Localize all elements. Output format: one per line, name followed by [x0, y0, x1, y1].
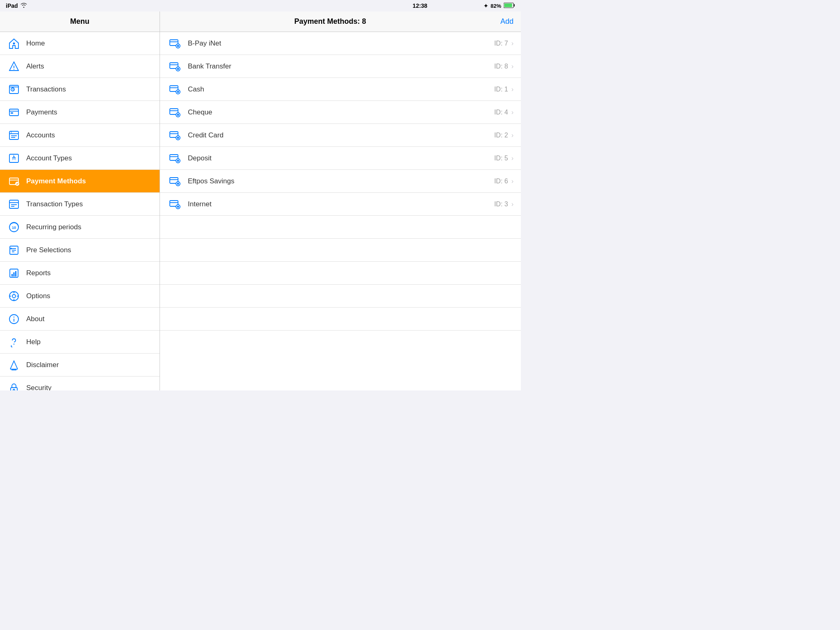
right-panel: B-Pay iNet ID: 7 › Bank Transfer ID: 8 › [160, 32, 521, 390]
app-header: Menu Payment Methods: 8 Add [0, 11, 521, 32]
chevron-right-icon: › [511, 40, 514, 47]
svg-rect-35 [11, 274, 13, 276]
payment-method-id: ID: 3 [494, 201, 508, 208]
payment-method-id: ID: 8 [494, 63, 508, 70]
help-label: Help [26, 338, 41, 346]
payment-method-item[interactable]: Internet ID: 3 › [160, 193, 521, 216]
payment-method-item[interactable]: Deposit ID: 5 › [160, 147, 521, 170]
sidebar-item-transactions[interactable]: $ Transactions [0, 78, 160, 101]
pre-selections-label: Pre Selections [26, 246, 71, 254]
payment-method-item[interactable]: Bank Transfer ID: 8 › [160, 55, 521, 78]
payment-method-id: ID: 5 [494, 155, 508, 162]
security-icon [7, 381, 21, 391]
svg-point-67 [177, 114, 179, 116]
sidebar-item-alerts[interactable]: Alerts [0, 55, 160, 78]
disclaimer-icon [7, 358, 21, 372]
payment-method-item[interactable]: B-Pay iNet ID: 7 › [160, 32, 521, 55]
transaction-types-label: Transaction Types [26, 200, 83, 208]
home-icon [7, 36, 21, 51]
reports-icon [7, 266, 21, 281]
options-icon [7, 289, 21, 304]
payment-method-icon [167, 105, 182, 120]
sidebar-item-home[interactable]: Home [0, 32, 160, 55]
recurring-periods-icon: 10 [7, 220, 21, 235]
payments-label: Payments [26, 108, 57, 116]
payment-method-item[interactable]: Cash ID: 1 › [160, 78, 521, 101]
payment-method-id: ID: 6 [494, 178, 508, 185]
accounts-label: Accounts [26, 131, 55, 139]
reports-label: Reports [26, 269, 51, 277]
sidebar-item-reports[interactable]: Reports [0, 262, 160, 285]
empty-row [160, 216, 521, 239]
add-button[interactable]: Add [500, 17, 521, 26]
payment-method-icon [167, 36, 182, 51]
about-icon [7, 312, 21, 326]
disclaimer-label: Disclaimer [26, 361, 59, 369]
payment-method-icon [167, 59, 182, 74]
header-title: Payment Methods: 8 [160, 17, 500, 26]
svg-rect-2 [504, 3, 512, 7]
payment-methods-list: B-Pay iNet ID: 7 › Bank Transfer ID: 8 › [160, 32, 521, 216]
help-icon [7, 335, 21, 349]
sidebar-item-help[interactable]: Help [0, 331, 160, 354]
payment-method-name: B-Pay iNet [188, 39, 494, 48]
payment-method-item[interactable]: Eftpos Savings ID: 6 › [160, 170, 521, 193]
payment-method-id: ID: 7 [494, 40, 508, 47]
alerts-label: Alerts [26, 62, 44, 71]
battery-icon [504, 2, 515, 9]
status-bar: iPad 12:38 ✦ 82% [0, 0, 521, 11]
sidebar: Home Alerts $ Tr [0, 32, 160, 390]
header-menu-label: Menu [0, 11, 160, 32]
sidebar-item-recurring-periods[interactable]: 10 Recurring periods [0, 216, 160, 239]
payment-method-id: ID: 1 [494, 86, 508, 93]
alerts-icon [7, 59, 21, 74]
sidebar-item-about[interactable]: About [0, 308, 160, 331]
payment-method-id: ID: 2 [494, 132, 508, 139]
svg-point-5 [14, 69, 14, 70]
payment-method-name: Credit Card [188, 131, 494, 139]
svg-point-46 [14, 316, 14, 317]
payment-method-icon [167, 82, 182, 97]
transactions-icon: $ [7, 82, 21, 97]
svg-text:$: $ [11, 131, 12, 134]
svg-point-33 [10, 248, 12, 249]
empty-row [160, 308, 521, 331]
home-label: Home [26, 39, 45, 48]
sidebar-item-disclaimer[interactable]: Disclaimer [0, 354, 160, 377]
svg-rect-12 [11, 112, 13, 114]
svg-text:10: 10 [12, 226, 16, 230]
svg-text:$: $ [13, 155, 14, 157]
svg-point-47 [14, 343, 14, 344]
status-time: 12:38 [413, 2, 427, 9]
pre-selections-icon [7, 243, 21, 258]
chevron-right-icon: › [511, 201, 514, 208]
ipad-label: iPad [6, 2, 18, 9]
svg-point-75 [177, 160, 179, 162]
payment-method-name: Eftpos Savings [188, 177, 494, 185]
sidebar-item-transaction-types[interactable]: Transaction Types [0, 193, 160, 216]
accounts-icon: $ [7, 128, 21, 143]
sidebar-item-payments[interactable]: Payments [0, 101, 160, 124]
status-right: ✦ 82% [484, 2, 515, 9]
sidebar-item-options[interactable]: Options [0, 285, 160, 308]
chevron-right-icon: › [511, 178, 514, 185]
svg-point-79 [177, 183, 179, 185]
payment-method-id: ID: 4 [494, 109, 508, 116]
sidebar-item-payment-methods[interactable]: Payment Methods [0, 170, 160, 193]
payment-method-icon [167, 128, 182, 143]
recurring-periods-label: Recurring periods [26, 223, 81, 231]
payment-method-icon [167, 151, 182, 166]
sidebar-item-pre-selections[interactable]: Pre Selections [0, 239, 160, 262]
battery-percent: 82% [491, 3, 501, 9]
chevron-right-icon: › [511, 132, 514, 139]
status-left: iPad [6, 2, 27, 9]
empty-row [160, 239, 521, 262]
payment-method-name: Deposit [188, 154, 494, 162]
svg-point-63 [177, 91, 179, 93]
sidebar-item-accounts[interactable]: $ Accounts [0, 124, 160, 147]
payment-method-item[interactable]: Credit Card ID: 2 › [160, 124, 521, 147]
sidebar-item-security[interactable]: Security [0, 377, 160, 390]
payment-method-item[interactable]: Cheque ID: 4 › [160, 101, 521, 124]
svg-rect-1 [514, 4, 515, 7]
sidebar-item-account-types[interactable]: $ Account Types [0, 147, 160, 170]
